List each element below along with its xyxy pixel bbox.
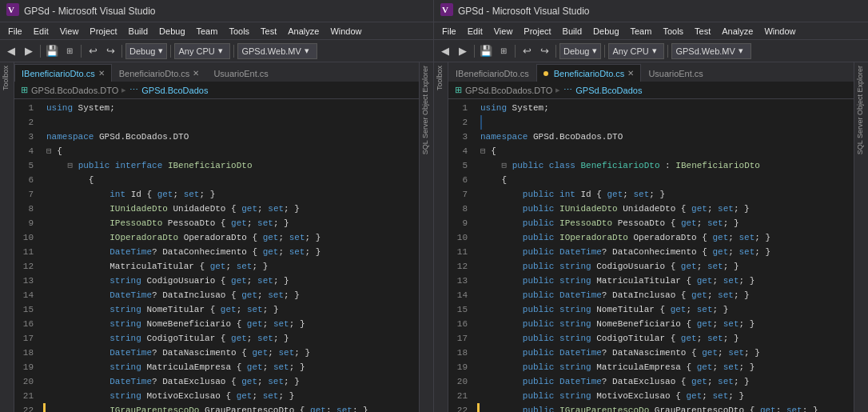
right-toolbar: ◀ ▶ 💾 ⊞ ↩ ↪ Debug ▾ Any CPU ▾ GPSd.Web.M…	[434, 40, 868, 62]
r-code-line-3: 3 namespace GPSd.BcoDados.DTO	[448, 130, 854, 144]
tab-bene-right-label: BeneficiarioDto.cs	[554, 69, 625, 78]
menu-team[interactable]: Team	[192, 25, 223, 38]
code-line-1: 1 using System;	[14, 101, 419, 115]
left-tabs-bar: IBeneficiarioDto.cs ✕ BeneficiarioDto.cs…	[14, 62, 419, 82]
project-dropdown[interactable]: GPSd.Web.MV ▾	[237, 43, 317, 59]
code-line-2: 2	[14, 115, 419, 130]
r-menu-tools[interactable]: Tools	[658, 25, 688, 38]
r-menu-team[interactable]: Team	[626, 25, 657, 38]
code-line-4: 4 ⊟ {	[14, 144, 419, 158]
r-code-line-8: 8 public IUnidadeDto UnidadeDto { get; s…	[448, 202, 854, 216]
r-menu-file[interactable]: File	[437, 25, 461, 38]
r-platform-dropdown[interactable]: Any CPU ▾	[608, 43, 664, 59]
menu-build[interactable]: Build	[124, 25, 153, 38]
tab-bene-right-close[interactable]: ✕	[627, 70, 634, 78]
r-code-line-1: 1 using System;	[448, 101, 854, 115]
right-menu-bar: File Edit View Project Build Debug Team …	[434, 22, 868, 40]
code-line-19: 19 string MatriculaEmpresa { get; set; }	[14, 360, 419, 374]
tab-bene-right[interactable]: BeneficiarioDto.cs ✕	[536, 64, 642, 82]
tab-bene-right-modified-dot	[543, 71, 548, 76]
r-code-line-2: 2	[448, 115, 854, 130]
menu-view[interactable]: View	[55, 25, 84, 38]
menu-tools[interactable]: Tools	[224, 25, 254, 38]
r-back-btn[interactable]: ◀	[437, 43, 453, 59]
code-line-13: 13 string CodigoUsuario { get; set; }	[14, 274, 419, 288]
r-menu-edit[interactable]: Edit	[463, 25, 488, 38]
tab-ibene-left-close[interactable]: ✕	[98, 70, 105, 78]
menu-file[interactable]: File	[3, 25, 27, 38]
right-breadcrumb-arrow: ▸	[555, 85, 560, 95]
right-title-bar: V GPSd - Microsoft Visual Studio	[434, 0, 868, 22]
left-editor-panel: V GPSd - Microsoft Visual Studio File Ed…	[0, 0, 434, 412]
save-all-btn[interactable]: ⊞	[62, 43, 78, 59]
r-sql-explorer-label: SQL Server Object Explorer	[854, 62, 868, 161]
r-code-line-21: 21 public string MotivoExclusao { get; s…	[448, 389, 854, 403]
tab-ibene-left[interactable]: IBeneficiarioDto.cs ✕	[14, 64, 112, 82]
menu-window[interactable]: Window	[325, 25, 366, 38]
tab-ibene-right-label: IBeneficiarioDto.cs	[456, 69, 529, 78]
left-window-title: GPSd - Microsoft Visual Studio	[24, 6, 156, 17]
r-toolbar-sep3	[555, 45, 556, 58]
forward-btn[interactable]: ▶	[21, 43, 37, 59]
r-menu-debug[interactable]: Debug	[588, 25, 623, 38]
tab-ibene-left-label: IBeneficiarioDto.cs	[22, 69, 95, 78]
r-save-btn[interactable]: 💾	[478, 43, 494, 59]
r-code-line-18: 18 public DateTime? DataNascimento { get…	[448, 346, 854, 360]
menu-project[interactable]: Project	[85, 25, 121, 38]
code-line-3: 3 namespace GPSd.BcoDados.DTO	[14, 130, 419, 144]
r-menu-build[interactable]: Build	[558, 25, 587, 38]
code-line-14: 14 DateTime? DataInclusao { get; set; }	[14, 288, 419, 302]
menu-test[interactable]: Test	[256, 25, 281, 38]
right-code-editor[interactable]: 1 using System; 2 3 namespace GPSd.BcoDa…	[448, 99, 854, 412]
r-save-all-btn[interactable]: ⊞	[496, 43, 512, 59]
code-line-16: 16 string NomeBeneficiario { get; set; }	[14, 317, 419, 331]
right-tabs-bar: IBeneficiarioDto.cs BeneficiarioDto.cs ✕…	[448, 62, 854, 82]
r-menu-test[interactable]: Test	[690, 25, 715, 38]
tab-bene-left[interactable]: BeneficiarioDto.cs ✕	[112, 64, 207, 82]
platform-dropdown[interactable]: Any CPU ▾	[174, 43, 230, 59]
code-line-11: 11 DateTime? DataConhecimento { get; set…	[14, 245, 419, 259]
r-menu-view[interactable]: View	[489, 25, 518, 38]
code-line-5: 5 ⊟ public interface IBeneficiarioDto	[14, 158, 419, 173]
r-toolbar-sep4	[604, 45, 605, 58]
debug-config-dropdown[interactable]: Debug ▾	[125, 43, 167, 59]
r-project-dropdown[interactable]: GPSd.Web.MV ▾	[671, 43, 751, 59]
r-forward-btn[interactable]: ▶	[455, 43, 471, 59]
right-breadcrumb-right: GPSd.BcoDados	[575, 86, 642, 95]
r-code-line-12: 12 public string CodigoUsuario { get; se…	[448, 259, 854, 274]
r-code-line-7: 7 public int Id { get; set; }	[448, 187, 854, 202]
vs-logo-icon: V	[6, 3, 19, 18]
right-window-title: GPSd - Microsoft Visual Studio	[458, 6, 590, 17]
code-line-22: 22 IGrauParentescoDo GrauParentescoDto {…	[14, 403, 419, 412]
code-line-21: 21 string MotivoExclusao { get; set; }	[14, 389, 419, 403]
toolbar-sep1	[40, 45, 41, 58]
r-menu-analyze[interactable]: Analyze	[717, 25, 758, 38]
redo-btn[interactable]: ↪	[102, 43, 118, 59]
r-debug-config-dropdown[interactable]: Debug ▾	[559, 43, 601, 59]
right-breadcrumb: ⊞ GPSd.BcoDados.DTO ▸ ⋯ GPSd.BcoDados	[448, 82, 854, 99]
tab-ibene-right[interactable]: IBeneficiarioDto.cs	[448, 64, 536, 82]
right-sql-panel: SQL Server Object Explorer	[854, 62, 868, 412]
r-menu-window[interactable]: Window	[759, 25, 800, 38]
undo-btn[interactable]: ↩	[85, 43, 101, 59]
svg-text:V: V	[442, 5, 448, 14]
save-btn[interactable]: 💾	[44, 43, 60, 59]
svg-text:V: V	[8, 5, 14, 14]
r-undo-btn[interactable]: ↩	[519, 43, 535, 59]
tab-bene-left-close[interactable]: ✕	[193, 70, 199, 78]
tab-usuario-left[interactable]: UsuarioEnt.cs	[206, 64, 275, 82]
left-breadcrumb-icon2: ⋯	[129, 85, 138, 95]
toolbar-sep5	[233, 45, 234, 58]
menu-debug[interactable]: Debug	[154, 25, 189, 38]
menu-analyze[interactable]: Analyze	[283, 25, 324, 38]
left-code-editor[interactable]: 1 using System; 2 3 namespace GPSd.BcoDa…	[14, 99, 419, 412]
r-menu-project[interactable]: Project	[519, 25, 555, 38]
code-line-18: 18 DateTime? DataNascimento { get; set; …	[14, 346, 419, 360]
r-redo-btn[interactable]: ↪	[536, 43, 552, 59]
left-breadcrumb-arrow: ▸	[121, 85, 126, 95]
left-breadcrumb-icon: ⊞	[21, 85, 28, 95]
back-btn[interactable]: ◀	[3, 43, 19, 59]
menu-edit[interactable]: Edit	[29, 25, 54, 38]
left-breadcrumb-right: GPSd.BcoDados	[141, 86, 208, 95]
tab-usuario-right[interactable]: UsuarioEnt.cs	[641, 64, 710, 82]
